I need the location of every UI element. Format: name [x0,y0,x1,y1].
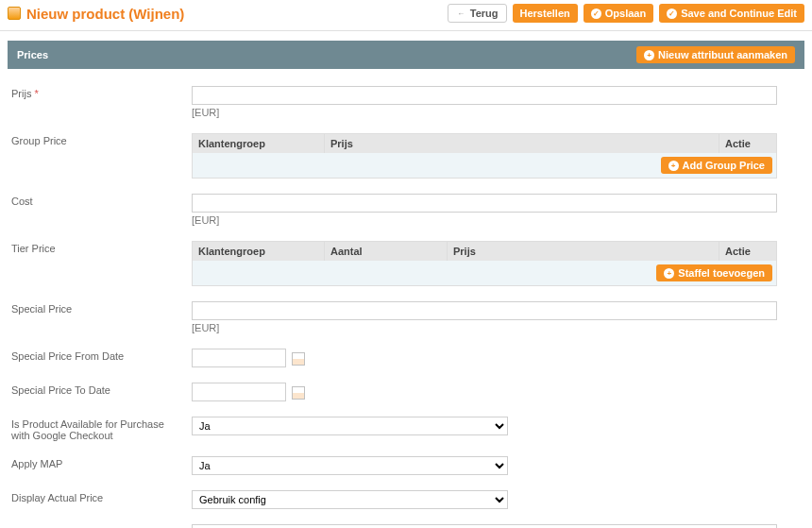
google-checkout-select[interactable]: Ja [192,417,508,435]
reset-button[interactable]: Herstellen [513,4,578,23]
label: Cost [8,194,192,207]
save-continue-button[interactable]: ✓Save and Continue Edit [659,4,804,23]
add-group-price-button[interactable]: +Add Group Price [661,157,772,174]
currency-hint: [EUR] [192,322,804,333]
page-title: Nieuw product (Wijnen) [26,6,184,22]
check-icon: ✓ [591,9,601,19]
col-header: Aantal [325,242,448,261]
label: Manufacturer's Suggested Retail Price [8,524,192,528]
new-attribute-button[interactable]: +Nieuw attribuut aanmaken [636,46,795,63]
col-header: Klantengroep [193,134,325,153]
cost-input[interactable] [192,194,777,213]
add-tier-price-button[interactable]: +Staffel toevoegen [656,264,772,281]
currency-hint: [EUR] [192,107,804,118]
group-price-table: Klantengroep Prijs Actie +Add Group Pric… [192,133,777,179]
price-input[interactable] [192,86,777,105]
col-header: Prijs [325,134,719,153]
calendar-icon[interactable] [292,386,305,400]
label: Display Actual Price [8,490,192,503]
special-to-input[interactable] [192,383,286,401]
special-price-input[interactable] [192,301,777,320]
plus-icon: + [668,161,679,171]
currency-hint: [EUR] [192,214,804,226]
plus-icon: + [644,50,654,60]
col-header: Klantengroep [193,242,325,261]
check-icon: ✓ [667,9,677,19]
save-button[interactable]: ✓Opslaan [584,4,653,23]
required-marker: * [34,88,38,99]
msrp-input[interactable] [192,524,777,528]
product-icon [8,7,21,20]
apply-map-select[interactable]: Ja [192,456,508,475]
label: Prijs [11,88,31,99]
section-header: Prices +Nieuw attribuut aanmaken [8,41,804,69]
calendar-icon[interactable] [292,352,305,366]
plus-icon: + [664,268,674,279]
label: Special Price [8,301,192,315]
display-actual-select[interactable]: Gebruik config [192,490,508,509]
back-button[interactable]: ←Terug [448,4,507,23]
label: Tier Price [8,241,192,254]
tier-price-table: Klantengroep Aantal Prijs Actie +Staffel… [192,241,777,286]
col-header: Actie [719,134,776,153]
back-icon: ← [456,9,466,19]
label: Special Price To Date [8,383,192,396]
section-title: Prices [17,49,48,60]
label: Special Price From Date [8,349,192,362]
col-header: Prijs [448,242,719,261]
label: Is Product Available for Purchase with G… [8,417,192,441]
col-header: Actie [719,242,776,261]
label: Group Price [8,133,192,146]
special-from-input[interactable] [192,349,286,367]
label: Apply MAP [8,456,192,469]
